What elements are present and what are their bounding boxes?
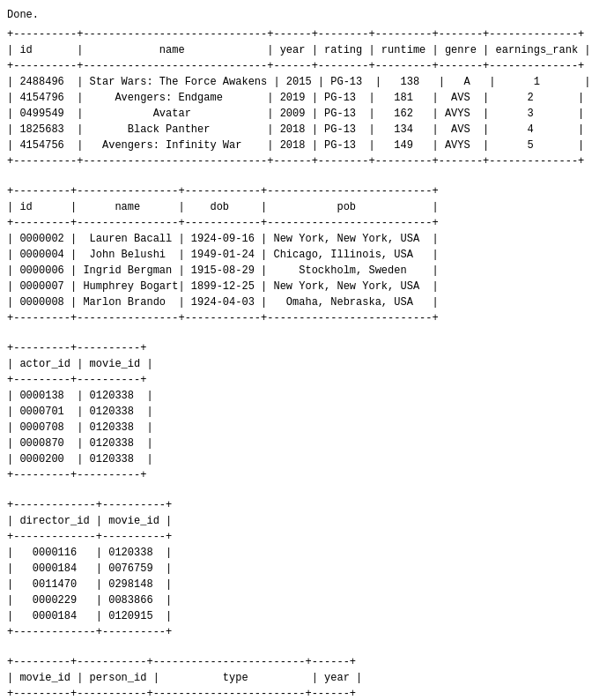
director-movie-table: +-------------+----------+ | director_id…	[7, 497, 585, 640]
movies-table: +----------+----------------------------…	[7, 26, 585, 169]
actors-table: +---------+----------------+------------…	[7, 183, 585, 326]
done-line: Done.	[7, 7, 585, 23]
awards-table: +---------+-----------+-----------------…	[7, 654, 585, 700]
actor-movie-table: +---------+----------+ | actor_id | movi…	[7, 340, 585, 483]
